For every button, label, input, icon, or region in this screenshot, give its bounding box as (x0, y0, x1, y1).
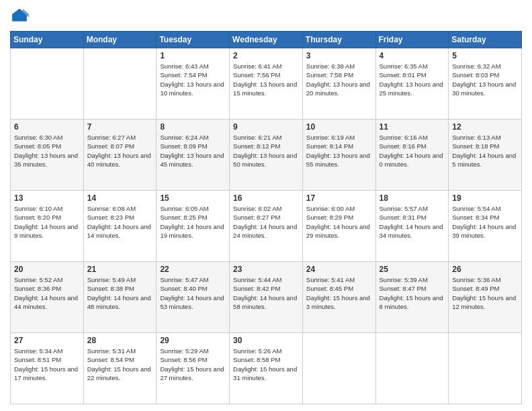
day-info: Sunrise: 5:57 AM Sunset: 8:31 PM Dayligh… (380, 204, 445, 240)
calendar-week-row: 1Sunrise: 6:43 AM Sunset: 7:54 PM Daylig… (11, 48, 522, 120)
day-number: 3 (306, 51, 372, 60)
calendar-cell: 13Sunrise: 6:10 AM Sunset: 8:20 PM Dayli… (11, 191, 84, 262)
calendar-week-row: 13Sunrise: 6:10 AM Sunset: 8:20 PM Dayli… (11, 191, 522, 262)
day-number: 12 (452, 122, 518, 132)
calendar-cell: 21Sunrise: 5:49 AM Sunset: 8:38 PM Dayli… (83, 262, 157, 333)
day-number: 6 (14, 122, 80, 132)
day-info: Sunrise: 6:30 AM Sunset: 8:05 PM Dayligh… (14, 133, 80, 169)
day-number: 7 (87, 122, 153, 132)
calendar-cell: 3Sunrise: 6:38 AM Sunset: 7:58 PM Daylig… (302, 48, 375, 120)
calendar-day-header: Wednesday (230, 32, 303, 48)
day-info: Sunrise: 6:21 AM Sunset: 8:12 PM Dayligh… (233, 133, 299, 169)
day-info: Sunrise: 5:34 AM Sunset: 8:51 PM Dayligh… (14, 347, 80, 382)
day-info: Sunrise: 6:27 AM Sunset: 8:07 PM Dayligh… (87, 133, 153, 169)
calendar-cell: 26Sunrise: 5:36 AM Sunset: 8:49 PM Dayli… (449, 262, 522, 333)
calendar-cell: 15Sunrise: 6:05 AM Sunset: 8:25 PM Dayli… (157, 191, 230, 262)
calendar-cell: 27Sunrise: 5:34 AM Sunset: 8:51 PM Dayli… (11, 333, 84, 404)
calendar-day-header: Monday (83, 32, 157, 48)
day-number: 14 (87, 193, 153, 203)
day-info: Sunrise: 6:32 AM Sunset: 8:03 PM Dayligh… (452, 62, 518, 97)
day-info: Sunrise: 5:26 AM Sunset: 8:58 PM Dayligh… (233, 347, 299, 382)
day-number: 2 (233, 51, 299, 60)
day-number: 10 (306, 122, 372, 132)
calendar-cell: 2Sunrise: 6:41 AM Sunset: 7:56 PM Daylig… (230, 48, 303, 120)
calendar-day-header: Sunday (11, 32, 84, 48)
logo (10, 7, 32, 26)
day-info: Sunrise: 5:41 AM Sunset: 8:45 PM Dayligh… (306, 275, 372, 311)
calendar-cell (449, 333, 522, 404)
calendar-cell: 4Sunrise: 6:35 AM Sunset: 8:01 PM Daylig… (375, 48, 449, 120)
calendar-cell: 28Sunrise: 5:31 AM Sunset: 8:54 PM Dayli… (83, 333, 157, 404)
calendar-cell: 8Sunrise: 6:24 AM Sunset: 8:09 PM Daylig… (157, 120, 230, 191)
day-number: 22 (160, 265, 226, 274)
calendar-week-row: 27Sunrise: 5:34 AM Sunset: 8:51 PM Dayli… (11, 333, 522, 404)
calendar-cell (302, 333, 375, 404)
day-info: Sunrise: 6:08 AM Sunset: 8:23 PM Dayligh… (87, 204, 153, 240)
day-number: 29 (160, 336, 226, 345)
calendar-cell: 24Sunrise: 5:41 AM Sunset: 8:45 PM Dayli… (302, 262, 375, 333)
day-info: Sunrise: 5:31 AM Sunset: 8:54 PM Dayligh… (87, 347, 153, 382)
calendar-cell: 20Sunrise: 5:52 AM Sunset: 8:36 PM Dayli… (11, 262, 84, 333)
calendar-cell: 30Sunrise: 5:26 AM Sunset: 8:58 PM Dayli… (230, 333, 303, 404)
day-info: Sunrise: 5:52 AM Sunset: 8:36 PM Dayligh… (14, 275, 80, 311)
calendar-cell: 16Sunrise: 6:02 AM Sunset: 8:27 PM Dayli… (230, 191, 303, 262)
day-number: 27 (14, 336, 80, 345)
day-info: Sunrise: 6:24 AM Sunset: 8:09 PM Dayligh… (160, 133, 226, 169)
calendar-day-header: Tuesday (157, 32, 230, 48)
day-number: 30 (233, 336, 299, 345)
calendar-cell (11, 48, 84, 120)
calendar-cell: 1Sunrise: 6:43 AM Sunset: 7:54 PM Daylig… (157, 48, 230, 120)
calendar-header-row: SundayMondayTuesdayWednesdayThursdayFrid… (11, 32, 522, 48)
day-number: 4 (380, 51, 445, 60)
calendar-cell: 9Sunrise: 6:21 AM Sunset: 8:12 PM Daylig… (230, 120, 303, 191)
day-info: Sunrise: 5:54 AM Sunset: 8:34 PM Dayligh… (452, 204, 518, 240)
day-number: 24 (306, 265, 372, 274)
calendar-cell: 25Sunrise: 5:39 AM Sunset: 8:47 PM Dayli… (375, 262, 449, 333)
day-number: 17 (306, 193, 372, 203)
day-info: Sunrise: 6:13 AM Sunset: 8:18 PM Dayligh… (452, 133, 518, 169)
calendar-week-row: 6Sunrise: 6:30 AM Sunset: 8:05 PM Daylig… (11, 120, 522, 191)
day-info: Sunrise: 5:49 AM Sunset: 8:38 PM Dayligh… (87, 275, 153, 311)
day-info: Sunrise: 5:29 AM Sunset: 8:56 PM Dayligh… (160, 347, 226, 382)
calendar-cell: 29Sunrise: 5:29 AM Sunset: 8:56 PM Dayli… (157, 333, 230, 404)
day-info: Sunrise: 5:39 AM Sunset: 8:47 PM Dayligh… (380, 275, 445, 311)
day-number: 20 (14, 265, 80, 274)
day-number: 13 (14, 193, 80, 203)
day-number: 16 (233, 193, 299, 203)
calendar-cell: 22Sunrise: 5:47 AM Sunset: 8:40 PM Dayli… (157, 262, 230, 333)
calendar-cell: 5Sunrise: 6:32 AM Sunset: 8:03 PM Daylig… (449, 48, 522, 120)
page: SundayMondayTuesdayWednesdayThursdayFrid… (0, 0, 532, 411)
day-info: Sunrise: 6:38 AM Sunset: 7:58 PM Dayligh… (306, 62, 372, 97)
day-info: Sunrise: 5:47 AM Sunset: 8:40 PM Dayligh… (160, 275, 226, 311)
day-info: Sunrise: 6:16 AM Sunset: 8:16 PM Dayligh… (380, 133, 445, 169)
day-info: Sunrise: 5:44 AM Sunset: 8:42 PM Dayligh… (233, 275, 299, 311)
day-number: 1 (160, 51, 226, 60)
calendar-cell: 6Sunrise: 6:30 AM Sunset: 8:05 PM Daylig… (11, 120, 84, 191)
day-info: Sunrise: 5:36 AM Sunset: 8:49 PM Dayligh… (452, 275, 518, 311)
calendar-cell: 17Sunrise: 6:00 AM Sunset: 8:29 PM Dayli… (302, 191, 375, 262)
calendar-cell: 7Sunrise: 6:27 AM Sunset: 8:07 PM Daylig… (83, 120, 157, 191)
day-number: 18 (380, 193, 445, 203)
day-number: 21 (87, 265, 153, 274)
calendar-cell: 10Sunrise: 6:19 AM Sunset: 8:14 PM Dayli… (302, 120, 375, 191)
header (10, 7, 522, 26)
day-info: Sunrise: 6:05 AM Sunset: 8:25 PM Dayligh… (160, 204, 226, 240)
calendar-cell: 11Sunrise: 6:16 AM Sunset: 8:16 PM Dayli… (375, 120, 449, 191)
calendar-day-header: Saturday (449, 32, 522, 48)
calendar-day-header: Thursday (302, 32, 375, 48)
day-number: 25 (380, 265, 445, 274)
calendar-cell (375, 333, 449, 404)
day-info: Sunrise: 6:10 AM Sunset: 8:20 PM Dayligh… (14, 204, 80, 240)
calendar-cell: 18Sunrise: 5:57 AM Sunset: 8:31 PM Dayli… (375, 191, 449, 262)
calendar-cell: 14Sunrise: 6:08 AM Sunset: 8:23 PM Dayli… (83, 191, 157, 262)
day-number: 5 (452, 51, 518, 60)
day-number: 11 (380, 122, 445, 132)
day-number: 19 (452, 193, 518, 203)
day-info: Sunrise: 6:43 AM Sunset: 7:54 PM Dayligh… (160, 62, 226, 97)
day-info: Sunrise: 6:02 AM Sunset: 8:27 PM Dayligh… (233, 204, 299, 240)
calendar-cell (83, 48, 157, 120)
day-number: 8 (160, 122, 226, 132)
day-info: Sunrise: 6:19 AM Sunset: 8:14 PM Dayligh… (306, 133, 372, 169)
day-info: Sunrise: 6:00 AM Sunset: 8:29 PM Dayligh… (306, 204, 372, 240)
day-number: 23 (233, 265, 299, 274)
